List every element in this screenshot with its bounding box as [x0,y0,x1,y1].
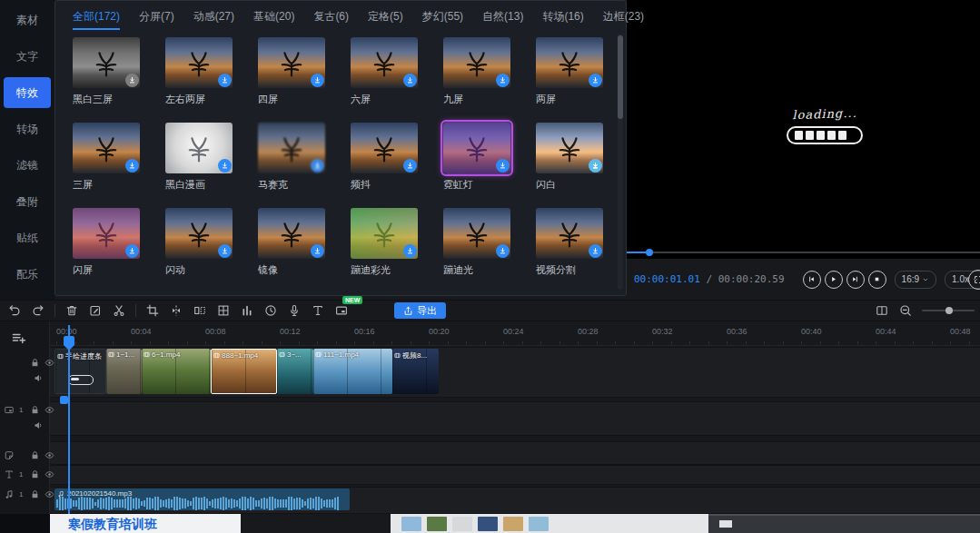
next-button[interactable] [846,271,865,289]
download-badge[interactable] [496,244,510,258]
mic-button[interactable] [287,303,302,318]
effect-item-nine-screen[interactable]: 九屏 [443,37,530,106]
edit-button[interactable] [88,303,103,318]
category-tab-all[interactable]: 全部(172) [73,9,120,30]
timeline-ruler[interactable]: 00:0000:0400:0800:1200:1600:2000:2400:28… [50,321,980,346]
effect-item-mosaic[interactable]: 马赛克 [258,123,345,192]
sidebar-item-music[interactable]: 配乐 [0,256,54,292]
download-badge[interactable] [403,159,417,173]
mute-toggle[interactable] [34,373,44,383]
crop-button[interactable] [145,303,160,318]
stop-button[interactable] [868,271,886,289]
download-badge[interactable] [125,159,139,173]
clip-clip-111[interactable]: 111~1.mp4 [313,349,392,394]
redo-button[interactable] [31,303,45,318]
effect-marker[interactable] [60,396,68,404]
clip-clip-6[interactable]: 6~1.mp4 [142,349,211,394]
visibility-toggle[interactable] [45,450,54,460]
effect-item-neon-light[interactable]: 霓虹灯 [443,123,530,192]
clip-clip-video8[interactable]: 视频8... [392,349,439,394]
effect-item-flash-white[interactable]: 闪白 [536,123,623,192]
add-track-button[interactable] [11,331,26,346]
download-badge[interactable] [218,159,232,173]
trash-button[interactable] [64,303,79,318]
sidebar-item-text[interactable]: 文字 [0,38,54,74]
pip-button[interactable]: NEW [334,303,349,318]
flip-button[interactable] [193,303,207,318]
category-tab-freeze[interactable]: 定格(5) [368,9,403,30]
aspect-ratio-dropdown[interactable]: 16:9 [895,271,936,289]
sidebar-item-filter[interactable]: 滤镜 [0,147,54,183]
download-badge[interactable] [496,74,510,87]
download-badge[interactable] [589,159,602,173]
clip-clip-3[interactable]: 3~... [277,349,313,394]
lock-toggle[interactable] [30,489,40,499]
seek-knob[interactable] [646,249,653,256]
download-badge[interactable] [311,74,324,87]
download-badge[interactable] [589,244,602,258]
effect-item-flash-motion[interactable]: 闪动 [165,208,252,277]
export-button[interactable]: 导出 [394,302,446,319]
clip-clip-888[interactable]: 888~1.mp4 [211,349,277,394]
play-button[interactable] [825,271,843,289]
sidebar-item-material[interactable]: 素材 [0,2,54,38]
lock-toggle[interactable] [30,405,40,415]
clock-button[interactable] [263,303,278,318]
scrollbar-thumb[interactable] [618,35,623,119]
download-badge[interactable] [403,74,417,87]
effect-item-two-screen[interactable]: 两屏 [536,37,623,106]
sidebar-item-sticker[interactable]: 贴纸 [0,220,54,256]
effect-item-flash-screen[interactable]: 闪屏 [73,208,160,277]
download-badge[interactable] [311,244,324,258]
category-tab-retro[interactable]: 复古(6) [313,9,349,30]
visibility-toggle[interactable] [45,489,54,499]
effect-item-left-right-two-screen[interactable]: 左右两屏 [165,37,252,106]
clip-clip-1[interactable]: 1~1... [106,349,142,394]
download-badge[interactable] [496,159,510,173]
prev-button[interactable] [803,271,821,289]
effect-item-shake[interactable]: 频抖 [351,123,438,192]
effect-item-four-screen[interactable]: 四屏 [258,37,345,106]
zoom-slider-knob[interactable] [945,307,953,314]
effects-scrollbar[interactable] [618,34,623,290]
download-badge[interactable] [218,244,232,258]
sidebar-item-transition[interactable]: 转场 [0,111,54,147]
download-badge[interactable] [403,244,417,258]
sidebar-item-overlay[interactable]: 叠附 [0,183,54,220]
effect-item-disco-color-light[interactable]: 蹦迪彩光 [351,208,438,277]
effect-item-bw-three-screen[interactable]: 黑白三屏 [73,37,160,106]
visibility-toggle[interactable] [45,469,54,479]
sidebar-item-effects[interactable]: 特效 [4,77,51,108]
category-tab-dynamic[interactable]: 动感(27) [193,9,234,30]
category-tab-dream[interactable]: 梦幻(55) [422,9,463,30]
cut-button[interactable] [112,303,126,318]
category-tab-transition[interactable]: 转场(16) [542,9,583,30]
category-tab-border[interactable]: 边框(23) [603,9,644,30]
background-window-middle[interactable] [241,514,391,533]
lock-toggle[interactable] [30,469,40,479]
timeline-zoom-slider[interactable] [922,310,975,311]
category-tab-split-screen[interactable]: 分屏(7) [139,9,174,30]
track-view-button[interactable] [875,303,889,318]
download-badge[interactable] [589,74,602,87]
effect-item-mirror[interactable]: 镜像 [258,208,345,277]
visibility-toggle[interactable] [45,405,54,415]
text-button[interactable] [311,303,325,318]
mosaic-button[interactable] [216,303,231,318]
effect-item-disco-light[interactable]: 蹦迪光 [443,208,530,277]
effect-item-six-screen[interactable]: 六屏 [351,37,438,106]
timeline-zoom-out-button[interactable] [898,303,913,318]
download-badge[interactable] [125,74,139,87]
download-badge[interactable] [218,74,232,87]
undo-button[interactable] [7,303,22,318]
lock-toggle[interactable] [30,358,40,368]
category-tab-basic[interactable]: 基础(20) [253,9,294,30]
category-tab-nature[interactable]: 自然(13) [482,9,523,30]
clip-progress-bar[interactable]: 手绘进度条 [54,349,106,394]
split-button[interactable] [169,303,183,318]
background-window-right[interactable] [708,514,980,533]
mute-toggle[interactable] [34,420,44,430]
effect-item-three-screen[interactable]: 三屏 [73,123,160,192]
download-badge[interactable] [125,244,139,258]
lock-toggle[interactable] [30,450,40,460]
